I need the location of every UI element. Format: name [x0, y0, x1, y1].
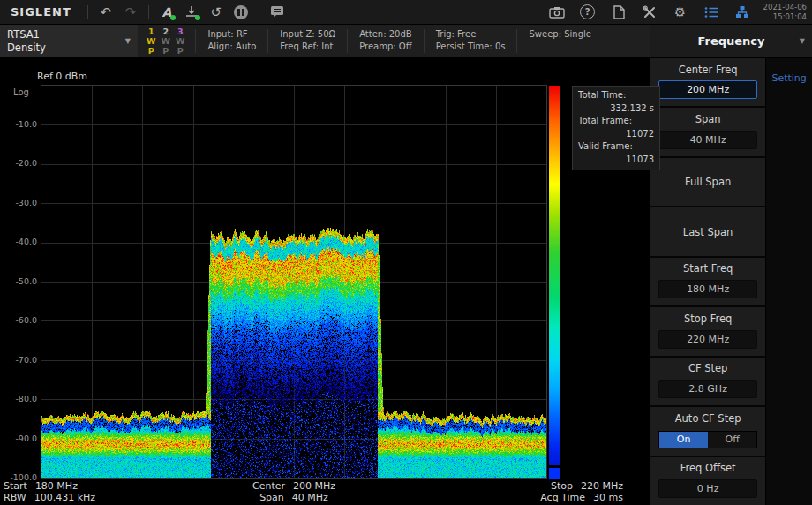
scale-label: Log	[13, 87, 29, 97]
mode-line1: RTSA1	[7, 28, 46, 41]
toolbar-separator	[148, 5, 149, 19]
toolbar-right-group: ? ⚙ 2021-04-06 15:01:04	[545, 2, 812, 23]
acq-time-label: Acq Time30 ms	[540, 492, 623, 503]
settings-gear-icon[interactable]: ⚙	[669, 2, 692, 23]
tools-icon[interactable]	[638, 2, 661, 23]
chevron-down-icon: ▼	[800, 37, 805, 45]
y-axis-tick: -10.0	[0, 119, 37, 129]
y-axis-tick: -80.0	[0, 394, 37, 403]
mode-line2: Density	[7, 41, 46, 55]
y-axis-tick: -50.0	[0, 276, 37, 286]
sweep-status-group: Sweep: Single	[521, 25, 598, 57]
density-colorbar	[549, 86, 560, 465]
help-icon[interactable]: ?	[576, 2, 599, 23]
y-axis-tick: -70.0	[0, 355, 37, 365]
status-bar: RTSA1 Density ▼ 1 W P 2 W P 3 W	[0, 25, 650, 58]
toolbar-separator	[87, 5, 88, 19]
redo-icon[interactable]: ↷	[118, 2, 143, 23]
y-axis-tick: -60.0	[0, 315, 37, 325]
undo-icon[interactable]: ↶	[94, 2, 118, 23]
tab-setting[interactable]: Setting	[766, 72, 812, 84]
stop-freq-label: Stop220 MHz	[540, 480, 623, 492]
stop-freq-value[interactable]: 220 MHz	[658, 330, 757, 349]
panel-side-strip: Setting	[765, 58, 812, 505]
status-green-dot	[195, 15, 200, 20]
toggle-on-button[interactable]: On	[659, 432, 708, 448]
trace-1-indicator[interactable]: 1 W P	[147, 27, 155, 56]
y-axis-tick: -30.0	[0, 198, 37, 207]
start-freq-value[interactable]: 180 MHz	[658, 280, 757, 298]
date-text: 2021-04-06	[763, 3, 807, 12]
menu-title-bar[interactable]: Frequency ▼	[650, 25, 812, 58]
spectrum-canvas[interactable]	[41, 85, 547, 479]
menu-item-center-freq[interactable]: Center Freq 200 MHz	[650, 58, 765, 106]
info-label: Total Time:	[578, 89, 654, 102]
info-label: Total Frame:	[578, 115, 654, 128]
trace-3-indicator[interactable]: 3 W P	[176, 27, 184, 56]
file-icon[interactable]	[607, 2, 630, 23]
acquisition-info-box: Total Time: 332.132 s Total Frame: 11072…	[572, 86, 660, 170]
network-lan-icon[interactable]	[731, 2, 754, 23]
y-axis-tick: -20.0	[0, 158, 37, 168]
menu-item-start-freq[interactable]: Start Freq 180 MHz	[650, 258, 765, 305]
measurement-mode-select[interactable]: RTSA1 Density ▼	[0, 25, 138, 57]
y-axis-tick: -90.0	[0, 433, 37, 443]
pause-sweep-icon[interactable]	[229, 2, 253, 23]
span-value[interactable]: 40 MHz	[658, 131, 757, 149]
span-label: Span40 MHz	[41, 492, 546, 503]
input-status-group: Input: RF Align: Auto	[199, 25, 264, 57]
auto-cf-step-toggle: On Off	[658, 431, 757, 448]
center-freq-label: Center200 MHz	[41, 480, 546, 492]
menu-list-icon[interactable]	[700, 2, 723, 23]
save-state-icon[interactable]	[179, 2, 204, 23]
message-icon[interactable]	[265, 2, 289, 23]
menu-item-span[interactable]: Span 40 MHz	[650, 108, 765, 155]
toggle-off-button[interactable]: Off	[708, 432, 756, 448]
atten-status-group: Atten: 20dB Preamp: Off	[351, 25, 419, 57]
menu-item-last-span[interactable]: Last Span	[650, 207, 765, 255]
ref-level-label: Ref 0 dBm	[37, 71, 87, 82]
menu-item-auto-cf-step[interactable]: Auto CF Step On Off	[650, 407, 765, 455]
density-colorbar-min-block	[549, 468, 560, 479]
spectrum-plot-area: Ref 0 dBm Log -10.0 -20.0 -30.0 -40.0 -5…	[0, 58, 650, 505]
menu-title: Frequency	[697, 34, 764, 48]
status-green-dot	[170, 15, 176, 20]
impedance-status-group: Input Z: 50Ω Freq Ref: Int	[272, 25, 343, 57]
top-toolbar: SIGLENT ↶ ↷ A ↺ ? ⚙	[0, 0, 812, 25]
trigger-status-group: Trig: Free Persist Time: 0s	[428, 25, 514, 57]
trace-indicator-table[interactable]: 1 W P 2 W P 3 W P	[138, 25, 192, 57]
datetime-display: 2021-04-06 15:01:04	[762, 3, 807, 21]
preset-history-icon[interactable]: ↺	[204, 2, 229, 23]
siglent-logo: SIGLENT	[0, 5, 82, 19]
cf-step-value[interactable]: 2.8 GHz	[658, 380, 757, 398]
screenshot-camera-icon[interactable]	[545, 2, 568, 23]
menu-item-full-span[interactable]: Full Span	[650, 158, 765, 206]
y-axis-tick: -40.0	[0, 237, 37, 246]
toolbar-separator	[259, 5, 259, 19]
side-menu-panel: Frequency ▼ Center Freq 200 MHz Span 40 …	[650, 25, 812, 505]
menu-items-column: Center Freq 200 MHz Span 40 MHz Full Spa…	[650, 58, 765, 505]
time-text: 15:01:04	[763, 12, 807, 22]
menu-item-cf-step[interactable]: CF Step 2.8 GHz	[650, 358, 765, 405]
freq-offset-value[interactable]: 0 Hz	[658, 479, 757, 498]
center-freq-value[interactable]: 200 MHz	[658, 80, 757, 99]
info-label: Valid Frame:	[578, 140, 654, 154]
menu-item-stop-freq[interactable]: Stop Freq 220 MHz	[650, 307, 765, 355]
chevron-down-icon: ▼	[125, 37, 131, 45]
auto-tune-icon[interactable]: A	[154, 2, 179, 23]
info-value: 11072	[578, 128, 654, 141]
menu-item-freq-offset[interactable]: Freq Offset 0 Hz	[650, 457, 765, 505]
info-value: 332.132 s	[578, 102, 654, 116]
info-value: 11073	[578, 154, 654, 167]
trace-2-indicator[interactable]: 2 W P	[161, 27, 169, 56]
